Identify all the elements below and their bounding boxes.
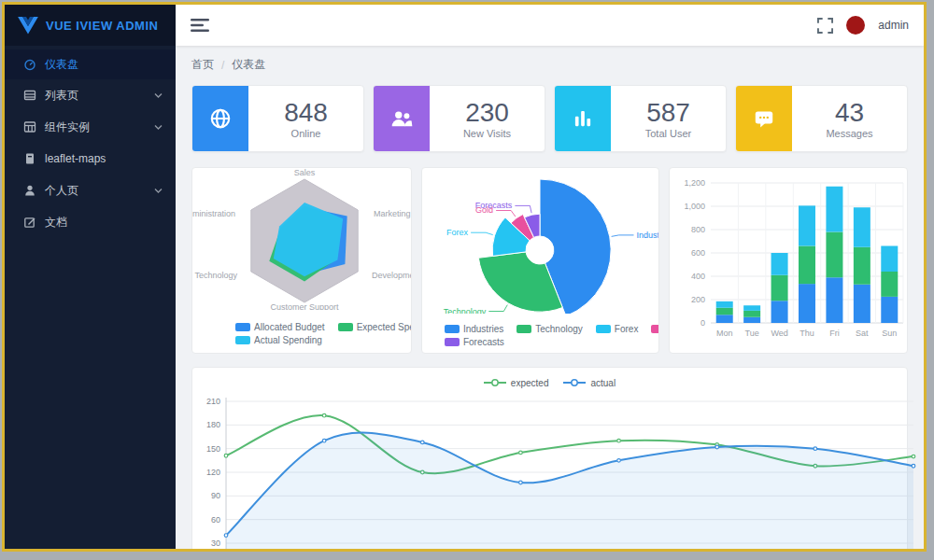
username: admin xyxy=(878,19,909,32)
barchart-icon xyxy=(571,106,595,131)
stat-icon-box xyxy=(555,86,611,151)
svg-text:210: 210 xyxy=(206,397,220,406)
breadcrumb-home[interactable]: 首页 xyxy=(191,57,214,73)
svg-text:Forex: Forex xyxy=(446,228,469,237)
logo-text: VUE IVIEW ADMIN xyxy=(46,19,158,33)
legend-item-gold[interactable]: Gold xyxy=(651,324,659,334)
legend-label: Industries xyxy=(463,324,503,334)
chevron-down-icon xyxy=(154,187,163,195)
stat-body: 587Total User xyxy=(611,86,726,151)
stat-body: 43Messages xyxy=(792,86,907,151)
people-icon xyxy=(389,106,414,131)
legend-item-expected-spending[interactable]: Expected Spending xyxy=(338,322,412,332)
svg-text:Administration: Administration xyxy=(192,209,235,218)
stat-value: 230 xyxy=(465,99,509,127)
svg-text:600: 600 xyxy=(691,248,705,258)
vue-logo-icon xyxy=(18,17,38,35)
app-frame: VUE IVIEW ADMIN 仪表盘列表页组件实例leaflet-maps个人… xyxy=(2,2,927,552)
person-icon xyxy=(23,184,36,197)
table-icon xyxy=(23,120,36,133)
legend-swatch xyxy=(235,336,250,344)
legend-item-technology[interactable]: Technology xyxy=(517,324,583,334)
svg-text:Sat: Sat xyxy=(856,329,870,338)
stat-label: Messages xyxy=(826,128,872,139)
sidebar-item-label: 列表页 xyxy=(45,88,78,104)
legend-item-expected[interactable]: expected xyxy=(484,378,549,388)
legend-swatch xyxy=(445,325,460,333)
svg-text:30: 30 xyxy=(211,539,220,548)
fullscreen-icon[interactable] xyxy=(817,18,833,34)
stat-icon-box xyxy=(374,86,430,151)
stat-icon-box xyxy=(192,86,248,151)
line-legend-marker xyxy=(563,378,586,387)
stat-card-new-visits: 230New Visits xyxy=(373,85,545,152)
doc-icon xyxy=(23,152,36,165)
collapse-menu-icon[interactable] xyxy=(191,18,209,33)
stat-icon-box xyxy=(736,86,792,151)
legend-label: expected xyxy=(511,378,549,388)
stat-cards-row: 848Online230New Visits587Total User43Mes… xyxy=(191,85,908,152)
legend-item-actual[interactable]: actual xyxy=(563,378,616,388)
breadcrumb: 首页 / 仪表盘 xyxy=(191,57,908,73)
line-chart: 210180150120906030 xyxy=(192,392,919,552)
line-legend: expectedactual xyxy=(192,373,907,392)
svg-text:90: 90 xyxy=(211,491,220,500)
legend-label: Forex xyxy=(615,324,639,334)
legend-item-forex[interactable]: Forex xyxy=(596,324,639,334)
stat-label: Online xyxy=(291,128,321,139)
stat-card-online: 848Online xyxy=(191,85,364,152)
radar-chart-card: SalesMarketingDevelopmentCustomer Suppor… xyxy=(191,167,412,354)
legend-item-industries[interactable]: Industries xyxy=(445,324,503,334)
svg-text:Sun: Sun xyxy=(883,329,898,338)
stat-value: 848 xyxy=(284,99,328,127)
legend-label: Actual Spending xyxy=(254,335,322,345)
breadcrumb-current[interactable]: 仪表盘 xyxy=(232,57,265,73)
svg-text:1,200: 1,200 xyxy=(685,178,706,188)
svg-text:Industries: Industries xyxy=(636,231,659,240)
svg-text:1,000: 1,000 xyxy=(685,202,706,211)
svg-text:60: 60 xyxy=(211,515,220,525)
line-chart-card: expectedactual 210180150120906030 xyxy=(191,367,908,552)
stat-value: 43 xyxy=(835,99,864,127)
legend-item-allocated-budget[interactable]: Allocated Budget xyxy=(235,322,325,332)
svg-text:Forecasts: Forecasts xyxy=(475,201,513,210)
svg-text:200: 200 xyxy=(691,295,705,304)
main-content: 首页 / 仪表盘 848Online230New Visits587Total … xyxy=(176,46,924,549)
top-header: admin xyxy=(176,5,924,46)
svg-text:Technology: Technology xyxy=(444,307,487,314)
legend-swatch xyxy=(235,323,250,331)
radar-legend: Allocated BudgetExpected SpendingActual … xyxy=(235,319,412,345)
pie-legend: IndustriesTechnologyForexGoldForecasts xyxy=(445,321,660,347)
grid-icon xyxy=(23,89,36,102)
sidebar-item-5[interactable]: 文档 xyxy=(5,206,176,238)
sidebar-item-1[interactable]: 列表页 xyxy=(5,79,176,111)
globe-icon xyxy=(208,106,233,131)
sidebar-item-0[interactable]: 仪表盘 xyxy=(5,49,176,79)
svg-text:Fri: Fri xyxy=(830,329,841,338)
svg-text:180: 180 xyxy=(206,420,220,429)
stat-body: 848Online xyxy=(248,86,363,151)
legend-label: Allocated Budget xyxy=(254,322,325,332)
sidebar-item-2[interactable]: 组件实例 xyxy=(5,111,176,143)
bar-chart: 02004006008001,0001,200MonTueWedThuFriSa… xyxy=(670,168,908,353)
stat-card-messages: 43Messages xyxy=(735,85,908,152)
svg-text:120: 120 xyxy=(206,468,220,477)
avatar[interactable] xyxy=(846,16,865,35)
legend-swatch xyxy=(338,323,353,331)
stat-card-total-user: 587Total User xyxy=(554,85,727,152)
legend-swatch xyxy=(517,325,531,333)
legend-label: Expected Spending xyxy=(357,322,412,332)
sidebar-item-label: 仪表盘 xyxy=(45,57,78,73)
legend-item-forecasts[interactable]: Forecasts xyxy=(445,337,504,347)
sidebar-item-leaflet-maps[interactable]: leaflet-maps xyxy=(5,143,176,175)
svg-text:Mon: Mon xyxy=(716,329,733,338)
svg-text:0: 0 xyxy=(700,318,705,328)
svg-text:400: 400 xyxy=(691,272,705,281)
sidebar-item-4[interactable]: 个人页 xyxy=(5,175,176,206)
logo[interactable]: VUE IVIEW ADMIN xyxy=(5,5,176,46)
stat-label: Total User xyxy=(645,128,692,139)
legend-label: Technology xyxy=(535,324,583,334)
legend-swatch xyxy=(445,338,460,346)
sidebar-item-label: 文档 xyxy=(45,215,67,231)
legend-item-actual-spending[interactable]: Actual Spending xyxy=(235,335,322,345)
